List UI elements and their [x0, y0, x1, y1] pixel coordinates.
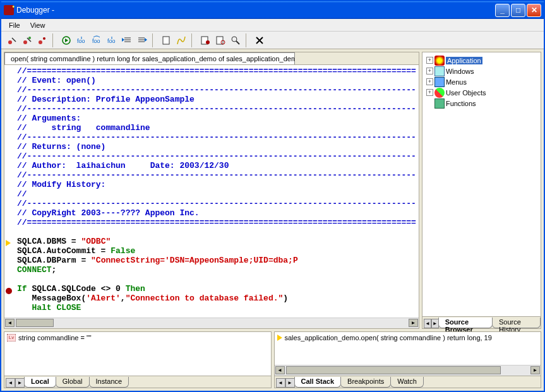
svg-marker-17: [145, 38, 147, 42]
svg-point-3: [39, 40, 42, 44]
svg-point-1: [23, 40, 27, 44]
tree-item-application[interactable]: + Application: [424, 55, 539, 66]
tab-instance[interactable]: Instance: [89, 377, 129, 388]
user-objects-icon: [434, 88, 445, 98]
source-browser-panel: + Application + Windows + Menus: [422, 52, 541, 329]
close-debug-icon[interactable]: [253, 33, 267, 47]
svg-point-4: [43, 37, 45, 40]
expand-icon[interactable]: +: [426, 89, 433, 96]
scroll-thumb[interactable]: [16, 319, 54, 327]
tab-nav-left-icon[interactable]: ◄: [424, 319, 431, 328]
menubar: File View: [1, 19, 544, 32]
titlebar: Debugger - _ □ ✕: [1, 1, 544, 19]
quickwatch-icon[interactable]: [229, 33, 243, 47]
tab-local[interactable]: Local: [24, 377, 56, 388]
object-tree[interactable]: + Application + Windows + Menus: [422, 52, 541, 316]
stack-tabstrip: ◄ ► Call Stack Breakpoints Watch: [275, 376, 541, 388]
step-out-icon[interactable]: foo: [105, 33, 119, 47]
current-frame-icon: [277, 335, 282, 341]
local-vars[interactable]: Lv string commandline = "": [4, 332, 271, 376]
menu-file[interactable]: File: [4, 20, 25, 30]
tree-label: Application: [446, 57, 482, 64]
start-debug-icon[interactable]: [5, 33, 19, 47]
h-scrollbar[interactable]: ◄ ►: [4, 318, 419, 328]
scroll-right-icon[interactable]: ►: [409, 319, 418, 327]
tab-source-history[interactable]: Source History: [492, 318, 541, 328]
tab-nav-left-icon[interactable]: ◄: [6, 378, 15, 388]
callstack[interactable]: sales_application_demo.open( string comm…: [275, 332, 541, 365]
stop-debug-icon[interactable]: [35, 33, 49, 47]
select-script-icon[interactable]: [174, 33, 188, 47]
svg-text:foo: foo: [92, 38, 100, 44]
remove-bp-icon[interactable]: [213, 33, 227, 47]
menus-icon: [434, 77, 445, 87]
edit-source-icon[interactable]: [159, 33, 173, 47]
source-tabstrip: open( string commandline ) return long f…: [4, 52, 419, 65]
toolbar: foo foo foo: [1, 32, 544, 49]
h-scrollbar[interactable]: ◄ ►: [275, 365, 541, 376]
workspace: open( string commandline ) return long f…: [1, 49, 544, 391]
svg-point-0: [8, 40, 12, 44]
step-in-icon[interactable]: foo: [75, 33, 88, 47]
gutter: [4, 65, 16, 318]
tab-nav-left-icon[interactable]: ◄: [276, 378, 285, 388]
source-tab[interactable]: open( string commandline ) return long f…: [4, 52, 295, 64]
tab-nav-right-icon[interactable]: ►: [285, 378, 295, 388]
expand-icon[interactable]: +: [426, 78, 433, 85]
tab-source-browser[interactable]: Source Browser: [438, 318, 493, 328]
tree-item-menus[interactable]: + Menus: [424, 76, 539, 87]
top-panes: open( string commandline ) return long f…: [4, 52, 541, 329]
local-var-row[interactable]: Lv string commandline = "": [7, 334, 268, 342]
tree-item-functions[interactable]: Functions: [424, 98, 539, 109]
breakpoint-icon[interactable]: [6, 288, 12, 294]
scroll-thumb[interactable]: [286, 366, 501, 374]
continue-icon[interactable]: [59, 33, 73, 47]
var-icon: Lv: [7, 334, 16, 342]
svg-marker-13: [122, 38, 124, 42]
current-line-icon: [6, 240, 11, 246]
minimize-button[interactable]: _: [495, 4, 510, 17]
expand-icon[interactable]: +: [426, 57, 433, 64]
add-bp-icon[interactable]: [198, 33, 212, 47]
tab-nav-right-icon[interactable]: ►: [431, 319, 439, 328]
source-tab-label: open( string commandline ) return long f…: [11, 55, 295, 62]
scroll-right-icon[interactable]: ►: [530, 366, 540, 374]
close-button[interactable]: ✕: [527, 4, 541, 17]
menu-view[interactable]: View: [25, 20, 51, 30]
svg-point-20: [206, 40, 210, 44]
tab-global[interactable]: Global: [56, 377, 90, 388]
expand-icon[interactable]: +: [426, 68, 433, 74]
svg-rect-18: [163, 37, 169, 44]
svg-text:foo: foo: [77, 38, 85, 44]
stack-frame-text: sales_application_demo.open( string comm…: [285, 334, 492, 342]
tree-item-user-objects[interactable]: + User Objects: [424, 87, 539, 98]
tab-watch[interactable]: Watch: [390, 377, 424, 388]
windows-icon: [434, 66, 445, 76]
tree-label: Windows: [446, 68, 474, 75]
source-panel: open( string commandline ) return long f…: [4, 52, 419, 329]
stack-frame[interactable]: sales_application_demo.open( string comm…: [277, 334, 539, 342]
scroll-left-icon[interactable]: ◄: [5, 319, 15, 327]
svg-text:foo: foo: [107, 38, 116, 44]
tab-call-stack[interactable]: Call Stack: [294, 377, 342, 388]
svg-point-2: [28, 37, 31, 39]
start2-icon[interactable]: [20, 33, 34, 47]
svg-point-23: [232, 37, 237, 42]
tree-label: Functions: [446, 100, 476, 107]
run-to-cursor-icon[interactable]: [120, 33, 134, 47]
tab-breakpoints[interactable]: Breakpoints: [340, 377, 391, 388]
tree-item-windows[interactable]: + Windows: [424, 66, 539, 76]
scroll-left-icon[interactable]: ◄: [275, 366, 285, 374]
step-over-icon[interactable]: foo: [90, 33, 104, 47]
tab-nav-right-icon[interactable]: ►: [15, 378, 25, 388]
separator: [246, 33, 249, 47]
local-var-text: string commandline = "": [18, 334, 92, 342]
variables-panel: Lv string commandline = "" ◄ ► Local Glo…: [4, 331, 272, 388]
svg-line-24: [236, 41, 239, 44]
set-next-icon[interactable]: [135, 33, 149, 47]
source-code[interactable]: //======================================…: [4, 65, 419, 318]
bottom-panes: Lv string commandline = "" ◄ ► Local Glo…: [4, 331, 541, 388]
maximize-button[interactable]: □: [511, 4, 525, 17]
separator: [191, 33, 195, 47]
tree-label: Menus: [446, 78, 467, 86]
